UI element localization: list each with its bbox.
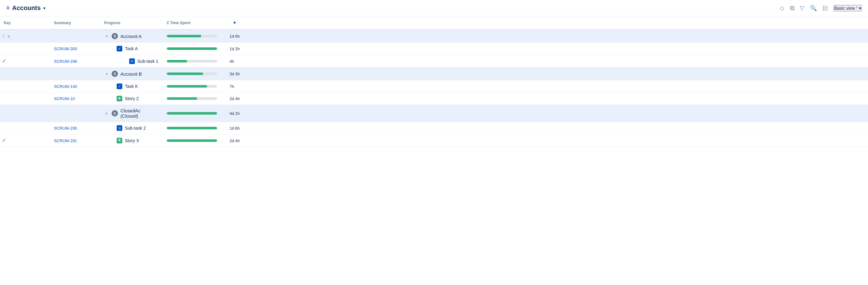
row-summary: ⚑ Story 2 — [100, 93, 163, 105]
summary-content: ⊡ Sub-task 2 — [104, 125, 159, 131]
row-key: SCRUM-300 — [50, 43, 100, 55]
search-icon[interactable]: 🔍 — [810, 5, 817, 11]
row-time-spent: 3d 3h — [226, 67, 244, 80]
row-time-spent: 2d 4h — [226, 134, 244, 147]
done-check-icon: ✓ — [2, 58, 6, 64]
row-add — [244, 80, 868, 93]
time-spent-value: 4d 2h — [229, 111, 240, 116]
progress-bar-fill — [167, 73, 203, 75]
table-row: ▾ $ ClosedAc (Closed) 4d 2h — [0, 105, 868, 122]
time-spent-value: 1d 2h — [229, 47, 240, 51]
filter-icon[interactable]: ▽ — [800, 5, 804, 11]
progress-bar — [167, 139, 217, 142]
key-link[interactable]: SCRUM-140 — [54, 84, 77, 89]
basic-view-button[interactable]: Basic view* ▾ — [834, 5, 862, 11]
row-progress — [163, 55, 226, 67]
pin-icon[interactable]: ◇ — [780, 5, 784, 11]
row-progress — [163, 93, 226, 105]
key-link[interactable]: SCRUM-10 — [54, 96, 74, 101]
row-time-spent: 4h — [226, 55, 244, 67]
progress-bar-fill — [167, 35, 201, 37]
summary-text: Account B — [120, 71, 142, 77]
row-add — [244, 29, 868, 43]
collapse-button[interactable]: ▾ — [104, 34, 109, 38]
list-icon: ≡ — [6, 5, 10, 11]
key-link[interactable]: SCRUM-298 — [54, 59, 77, 64]
progress-bar — [167, 73, 217, 75]
row-summary: ✓ Task K — [100, 80, 163, 93]
col-header-time-spent: Σ Time Spent — [163, 16, 226, 29]
row-summary: ✓ Task A — [100, 43, 163, 55]
summary-text: Account A — [120, 34, 142, 39]
row-key: SCRUM-291 — [50, 134, 100, 147]
row-key — [50, 29, 100, 43]
bars-icon: ||| — [823, 5, 828, 11]
account-icon: $ — [112, 110, 118, 116]
progress-bar-fill — [167, 60, 187, 62]
progress-bar — [167, 97, 217, 100]
progress-bar — [167, 48, 217, 50]
summary-content: ⊡ Sub-task 1 — [104, 58, 159, 64]
row-summary: ▾ $ Account B — [100, 67, 163, 80]
time-spent-value: 7h — [229, 84, 234, 89]
row-summary: ▾ $ Account A — [100, 29, 163, 43]
key-link[interactable]: SCRUM-295 — [54, 126, 77, 131]
table-row: ⠿ ▾ $ Account A 1d 6h — [0, 29, 868, 43]
row-add — [244, 67, 868, 80]
row-status — [0, 105, 50, 122]
title-chevron[interactable]: ▾ — [43, 6, 45, 11]
progress-bar — [167, 85, 217, 88]
summary-content: ▾ $ Account A — [104, 33, 159, 39]
row-add — [244, 43, 868, 55]
table-row: SCRUM-140 ✓ Task K 7h — [0, 80, 868, 93]
progress-bar-fill — [167, 139, 217, 142]
story-icon: ⚑ — [117, 96, 122, 102]
time-spent-value: 2d 4h — [229, 138, 240, 143]
table-row: SCRUM-295 ⊡ Sub-task 2 1d 6h — [0, 122, 868, 134]
progress-bar-fill — [167, 85, 207, 88]
row-summary: ⊡ Sub-task 2 — [100, 122, 163, 134]
row-status — [0, 122, 50, 134]
row-key: SCRUM-298 — [50, 55, 100, 67]
col-header-progress: Progress — [100, 16, 163, 29]
row-time-spent: 4d 2h — [226, 105, 244, 122]
progress-bar-fill — [167, 127, 217, 129]
key-link[interactable]: SCRUM-300 — [54, 47, 77, 51]
row-key: SCRUM-140 — [50, 80, 100, 93]
summary-text: Story X — [125, 138, 139, 143]
row-time-spent: 1d 6h — [226, 29, 244, 43]
table-row: SCRUM-300 ✓ Task A 1d 2h — [0, 43, 868, 55]
time-spent-value: 2d 4h — [229, 96, 240, 101]
table-row: ✓SCRUM-298 ⊡ Sub-task 1 4h — [0, 55, 868, 67]
col-header-summary: Summary — [50, 16, 100, 29]
row-progress — [163, 122, 226, 134]
row-summary: ⊡ Sub-task 1 — [100, 55, 163, 67]
summary-text: Sub-task 2 — [125, 125, 146, 131]
row-key — [50, 67, 100, 80]
key-link[interactable]: SCRUM-291 — [54, 138, 77, 143]
account-icon: $ — [112, 70, 118, 77]
summary-content: ⚑ Story X — [104, 138, 159, 143]
summary-content: ✓ Task A — [104, 46, 159, 52]
time-spent-value: 1d 6h — [229, 34, 240, 38]
header-right: ◇ ⧉ ▽ 🔍 ||| Basic view* ▾ — [780, 4, 862, 11]
table-body: ⠿ ▾ $ Account A 1d 6hSCRUM-300 ✓ Task A … — [0, 29, 868, 147]
row-add — [244, 105, 868, 122]
row-status — [0, 43, 50, 55]
dot-indicator — [7, 35, 10, 38]
collapse-button[interactable]: ▾ — [104, 111, 109, 116]
time-spent-value: 4h — [229, 59, 234, 64]
task-icon: ✓ — [117, 84, 122, 89]
subtask-icon: ⊡ — [129, 58, 135, 64]
time-spent-value: 3d 3h — [229, 72, 240, 76]
summary-text: Story 2 — [125, 96, 138, 101]
layers-icon[interactable]: ⧉ — [790, 4, 794, 11]
summary-text: ClosedAc (Closed) — [120, 108, 159, 119]
row-progress — [163, 29, 226, 43]
row-status — [0, 67, 50, 80]
collapse-button[interactable]: ▾ — [104, 71, 109, 76]
row-add — [244, 134, 868, 147]
row-summary: ▾ $ ClosedAc (Closed) — [100, 105, 163, 122]
col-header-add[interactable]: + — [226, 16, 244, 29]
summary-content: ▾ $ ClosedAc (Closed) — [104, 108, 159, 119]
